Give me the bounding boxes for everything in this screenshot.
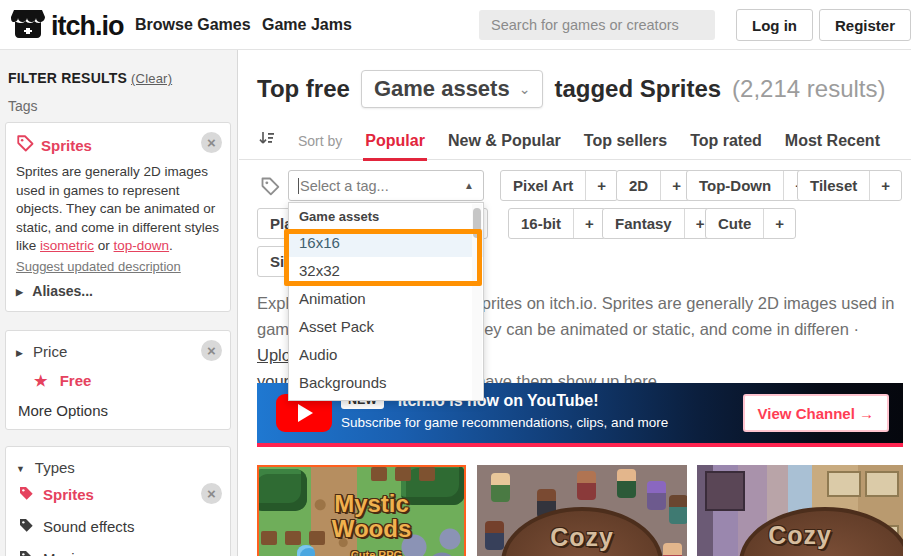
tag-filled-dark-icon: [18, 549, 34, 556]
types-card: ▼ Types Sprites × Sound effects Music: [5, 446, 231, 556]
star-icon: ★: [34, 372, 47, 389]
type-sound-effects[interactable]: Sound effects: [18, 517, 134, 536]
dropdown-item-animation[interactable]: Animation: [289, 285, 483, 313]
sort-by-label: Sort by: [298, 133, 342, 149]
tags-section-label: Tags: [8, 98, 38, 114]
itchio-logo-icon: [10, 9, 46, 43]
tag-filled-dark-icon: [18, 517, 34, 536]
types-section-toggle[interactable]: ▼ Types: [16, 459, 75, 476]
price-free-filter[interactable]: ★ Free: [34, 372, 91, 390]
sprites-tag-card: Sprites × Sprites are generally 2D image…: [5, 122, 231, 312]
register-button[interactable]: Register: [819, 9, 911, 41]
add-tag-icon[interactable]: +: [585, 171, 617, 200]
dropdown-item-32x32[interactable]: 32x32: [289, 257, 483, 285]
itchio-logo-text: itch.io: [51, 11, 124, 42]
add-tag-icon[interactable]: +: [763, 209, 795, 238]
game-thumbnail-cozy-people[interactable]: Cozy People: [477, 465, 687, 556]
game-thumbnail-cozy-interior[interactable]: Cozy Interior: [697, 465, 903, 556]
thumbnail-title: Cozy: [697, 521, 903, 550]
dropdown-item-asset-pack[interactable]: Asset Pack: [289, 313, 483, 341]
dropdown-item-16x16[interactable]: 16x16: [289, 229, 483, 257]
view-channel-button[interactable]: View Channel →: [743, 394, 889, 432]
sort-icon: [258, 130, 275, 151]
remove-type-sprites-icon[interactable]: ×: [201, 483, 222, 504]
isometric-link[interactable]: isometric: [40, 238, 94, 253]
results-count: (2,214 results): [732, 75, 885, 103]
banner-underline: [257, 443, 903, 447]
thumbnail-title: Mystic Woods: [259, 491, 466, 541]
banner-subtitle: Subscribe for game recommendations, clip…: [341, 415, 668, 430]
price-more-options[interactable]: More Options: [18, 402, 108, 419]
remove-price-filter-icon[interactable]: ×: [201, 340, 222, 361]
remove-sprites-tag-icon[interactable]: ×: [201, 132, 222, 153]
sprites-description: Sprites are generally 2D images used in …: [16, 163, 222, 256]
price-section-toggle[interactable]: ▶ Price: [16, 343, 67, 360]
clear-filters-link[interactable]: (Clear): [131, 71, 172, 86]
dropdown-item-audio[interactable]: Audio: [289, 341, 483, 369]
tag-button-cute[interactable]: Cute +: [705, 208, 796, 239]
collapse-right-icon: ▶: [16, 287, 23, 297]
suggest-description-link[interactable]: Suggest updated description: [16, 259, 181, 274]
page-title: Top free Game assets ⌄ tagged Sprites (2…: [257, 70, 886, 108]
add-tag-icon[interactable]: +: [573, 209, 605, 238]
search-input[interactable]: [479, 10, 715, 40]
login-button[interactable]: Log in: [736, 9, 813, 41]
price-card: ▶ Price × ★ Free More Options: [5, 330, 231, 430]
collapse-up-icon: ▲: [464, 180, 474, 191]
tag-button-16-bit[interactable]: 16-bit +: [508, 208, 606, 239]
collapse-down-icon: ▼: [16, 464, 25, 474]
add-tag-icon[interactable]: +: [869, 171, 901, 200]
tag-dropdown: Game assets 16x16 32x32 Animation Asset …: [288, 202, 484, 401]
nav-browse-games[interactable]: Browse Games: [135, 16, 251, 34]
game-thumbnail-mystic-woods[interactable]: Mystic Woods Cute RPG Asset Pack: [257, 465, 466, 556]
dropdown-scrollbar[interactable]: [472, 204, 482, 401]
tag-button-fantasy[interactable]: Fantasy +: [602, 208, 716, 239]
tag-button-2d[interactable]: 2D +: [616, 170, 693, 201]
dropdown-item-backgrounds[interactable]: Backgrounds: [289, 369, 483, 397]
title-prefix: Top free: [257, 75, 350, 103]
filter-results-title: FILTER RESULTS (Clear): [8, 70, 172, 86]
tag-select-input[interactable]: Select a tag... ▲: [288, 170, 484, 201]
aliases-toggle[interactable]: ▶ Aliases...: [16, 283, 93, 299]
tab-top-sellers[interactable]: Top sellers: [584, 132, 667, 150]
tab-most-recent[interactable]: Most Recent: [785, 132, 880, 150]
text-caret: [298, 178, 299, 194]
tag-filled-red-icon: [18, 485, 34, 504]
dropdown-group-label: Game assets: [289, 203, 483, 229]
collapse-right-icon: ▶: [16, 348, 23, 358]
filter-sidebar: FILTER RESULTS (Clear) Tags Sprites × Sp…: [0, 50, 238, 556]
sprites-tag-label: Sprites: [41, 137, 92, 154]
sprites-tag-header[interactable]: Sprites: [16, 134, 92, 156]
tab-popular[interactable]: Popular: [365, 132, 425, 150]
top-navbar: itch.io Browse Games Game Jams Log in Re…: [0, 0, 911, 50]
type-music[interactable]: Music: [18, 549, 82, 556]
type-sprites[interactable]: Sprites: [18, 485, 94, 504]
tag-outline-icon: [16, 134, 34, 156]
tab-new-popular[interactable]: New & Popular: [448, 132, 561, 150]
top-down-link[interactable]: top-down: [114, 238, 170, 253]
title-tagged: tagged Sprites: [554, 75, 721, 103]
tab-top-rated[interactable]: Top rated: [690, 132, 762, 150]
tag-button-pixel-art[interactable]: Pixel Art +: [500, 170, 618, 201]
itchio-logo[interactable]: itch.io: [10, 9, 124, 43]
sort-divider: [239, 159, 911, 160]
chevron-down-icon: ⌄: [519, 81, 531, 97]
tag-outline-gray-icon: [260, 176, 280, 200]
nav-game-jams[interactable]: Game Jams: [262, 16, 352, 34]
thumbnail-title: Cozy: [477, 523, 687, 552]
dropdown-scrollbar-thumb[interactable]: [473, 208, 481, 238]
sort-row: Sort by Popular New & Popular Top seller…: [258, 130, 880, 151]
category-select[interactable]: Game assets ⌄: [361, 70, 544, 108]
thumbnail-subtitle: Cute RPG Asset Pack: [259, 549, 466, 556]
tag-button-tileset[interactable]: Tileset +: [797, 170, 902, 201]
